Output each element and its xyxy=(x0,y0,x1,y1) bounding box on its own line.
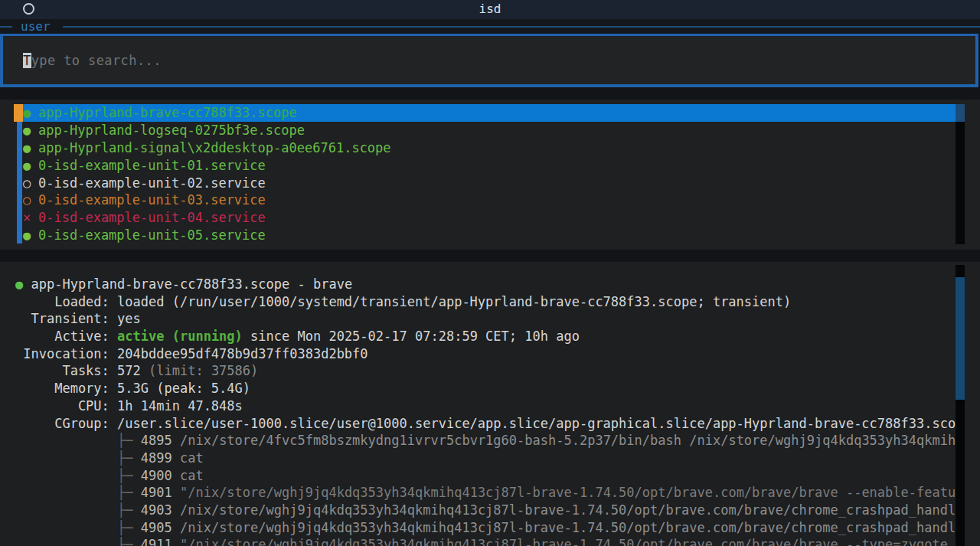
unit-list-item[interactable]: ○0-isd-example-unit-03.service xyxy=(23,191,956,209)
unit-status-icon: ○ xyxy=(23,192,38,208)
status-line: ├─ 4895 /nix/store/4fvc5fm8bszmkydng1ivr… xyxy=(15,432,956,450)
unit-list-item[interactable]: ●app-Hyprland-signal\x2ddesktop-a0ee6761… xyxy=(23,139,956,157)
unit-list-item[interactable]: ●0-isd-example-unit-05.service xyxy=(23,227,956,244)
status-line: Loaded: loaded (/run/user/1000/systemd/t… xyxy=(15,293,956,311)
unit-name: 0-isd-example-unit-02.service xyxy=(38,175,266,191)
tab-border-dash xyxy=(0,26,12,28)
search-container: Type to search... xyxy=(0,34,978,87)
status-line: CPU: 1h 14min 47.848s xyxy=(15,397,956,415)
status-line: CGroup: /user.slice/user-1000.slice/user… xyxy=(15,415,956,433)
unit-status-icon: ● xyxy=(23,140,38,155)
text-cursor: T xyxy=(23,53,31,68)
tab-user[interactable]: user xyxy=(21,19,51,34)
status-line: ● app-Hyprland-brave-cc788f33.scope - br… xyxy=(15,276,956,293)
status-line: Invocation: 204bddee95df478b9d37ff0383d2… xyxy=(15,345,956,363)
app-title: isd xyxy=(0,2,980,16)
unit-name: app-Hyprland-signal\x2ddesktop-a0ee6761.… xyxy=(38,140,391,155)
unit-list-item[interactable]: ●0-isd-example-unit-01.service xyxy=(23,156,956,174)
unit-list-item[interactable]: ●app-Hyprland-brave-cc788f33.scope xyxy=(23,104,956,122)
status-line: ├─ 4901 "/nix/store/wghj9jq4kdq353yh34qk… xyxy=(15,484,956,502)
list-scrollbar[interactable] xyxy=(956,104,965,244)
unit-status-icon: ● xyxy=(23,105,38,120)
unit-list-item[interactable]: ○0-isd-example-unit-02.service xyxy=(23,174,956,191)
unit-list-item[interactable]: ●app-Hyprland-logseq-0275bf3e.scope xyxy=(23,122,956,139)
preview-scrollbar-thumb[interactable] xyxy=(956,277,965,400)
status-line: ├─ 4911 "/nix/store/wghj9jq4kdq353yh34qk… xyxy=(15,536,956,546)
unit-status-icon: ● xyxy=(23,123,38,138)
status-line: ├─ 4905 /nix/store/wghj9jq4kdq353yh34qkm… xyxy=(15,519,956,537)
status-line: Transient: yes xyxy=(15,310,956,328)
titlebar: isd xyxy=(0,0,980,19)
unit-name: app-Hyprland-brave-cc788f33.scope xyxy=(38,105,297,120)
tab-border-line xyxy=(63,26,980,28)
search-placeholder: ype to search... xyxy=(31,53,162,68)
unit-list-item[interactable]: ×0-isd-example-unit-04.service xyxy=(23,209,956,227)
unit-name: 0-isd-example-unit-04.service xyxy=(38,210,266,225)
list-scrollbar-thumb[interactable] xyxy=(956,104,965,122)
unit-name: 0-isd-example-unit-01.service xyxy=(38,158,266,173)
status-line: ├─ 4900 cat xyxy=(15,467,956,485)
status-line: ├─ 4903 /nix/store/wghj9jq4kdq353yh34qkm… xyxy=(15,502,956,519)
unit-name: 0-isd-example-unit-05.service xyxy=(38,227,266,243)
unit-status-icon: ● xyxy=(23,227,38,243)
list-cursor-marker xyxy=(14,104,23,122)
status-line: ├─ 4899 cat xyxy=(15,450,956,467)
unit-status-preview: ● app-Hyprland-brave-cc788f33.scope - br… xyxy=(0,262,980,546)
status-line: Tasks: 572 (limit: 37586) xyxy=(15,362,956,380)
status-line: Memory: 5.3G (peak: 5.4G) xyxy=(15,380,956,397)
unit-rows: ●app-Hyprland-brave-cc788f33.scope●app-H… xyxy=(23,104,956,244)
unit-status-icon: ○ xyxy=(23,175,38,191)
unit-name: 0-isd-example-unit-03.service xyxy=(38,192,266,208)
unit-list-panel: ●app-Hyprland-brave-cc788f33.scope●app-H… xyxy=(0,100,980,250)
tab-bar: user xyxy=(0,19,980,34)
unit-status-icon: ● xyxy=(23,158,38,173)
list-left-bar xyxy=(17,122,22,244)
preview-scrollbar[interactable] xyxy=(956,265,965,546)
search-input[interactable]: Type to search... xyxy=(23,53,162,68)
unit-name: app-Hyprland-logseq-0275bf3e.scope xyxy=(38,123,305,138)
status-line: Active: active (running) since Mon 2025-… xyxy=(15,328,956,345)
status-output: ● app-Hyprland-brave-cc788f33.scope - br… xyxy=(15,276,956,546)
unit-status-icon: × xyxy=(23,210,38,225)
